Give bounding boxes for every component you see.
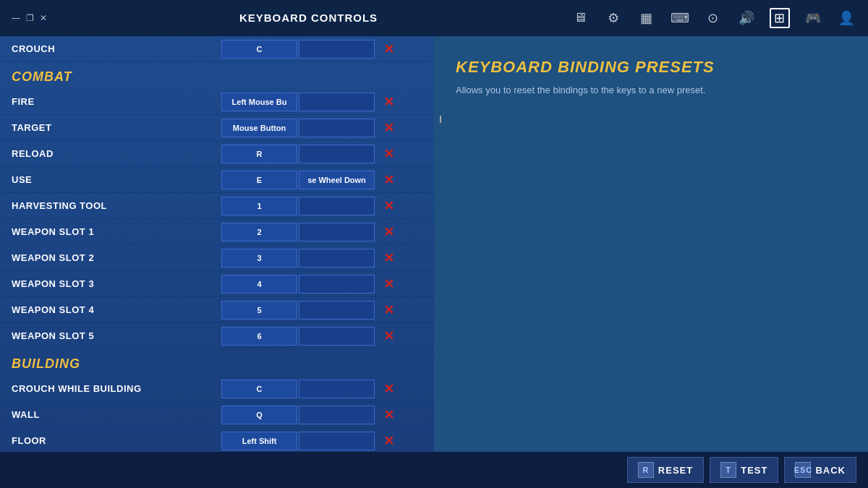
back-label: BACK xyxy=(815,465,846,476)
keyboard-icon[interactable]: ⌨ xyxy=(670,8,690,28)
test-button[interactable]: T TEST xyxy=(710,457,778,483)
main-layout: CROUCH C ✕ COMBAT FIRE Left Mouse Bu ✕ T… xyxy=(0,36,868,488)
reset-label: RESET xyxy=(658,465,693,476)
wall-keys: Q ✕ xyxy=(221,406,422,424)
fire-key1[interactable]: Left Mouse Bu xyxy=(221,93,297,111)
weapon5-key1[interactable]: 6 xyxy=(221,327,297,346)
crouch-clear[interactable]: ✕ xyxy=(379,40,398,59)
target-row: TARGET Mouse Button ✕ xyxy=(0,115,434,141)
weapon3-label: WEAPON SLOT 3 xyxy=(12,278,221,289)
weapon2-label: WEAPON SLOT 2 xyxy=(12,252,221,263)
fire-keys: Left Mouse Bu ✕ xyxy=(221,93,422,111)
weapon3-key2[interactable] xyxy=(299,275,375,294)
weapon1-keys: 2 ✕ xyxy=(221,223,422,241)
cursor-indicator xyxy=(440,116,441,123)
reload-key1[interactable]: R xyxy=(221,145,297,163)
crouch-building-keys: C ✕ xyxy=(221,380,422,398)
weapon3-key1[interactable]: 4 xyxy=(221,275,297,294)
floor-key1[interactable]: Left Shift xyxy=(221,432,297,450)
weapon4-clear[interactable]: ✕ xyxy=(379,301,398,320)
crouch-building-key2[interactable] xyxy=(299,380,375,398)
weapon1-key1[interactable]: 2 xyxy=(221,223,297,241)
crouch-key2[interactable] xyxy=(299,40,375,59)
account-icon[interactable]: 👤 xyxy=(836,8,856,28)
wall-key2[interactable] xyxy=(299,406,375,424)
weapon4-label: WEAPON SLOT 4 xyxy=(12,304,221,315)
reset-button[interactable]: R RESET xyxy=(627,457,704,483)
monitor-icon[interactable]: 🖥 xyxy=(570,8,590,28)
crouch-building-clear[interactable]: ✕ xyxy=(379,380,398,398)
audio-icon[interactable]: 🔊 xyxy=(736,8,757,28)
nav-icons: 🖥 ⚙ ▦ ⌨ ⊙ 🔊 ⊞ 🎮 👤 xyxy=(570,8,856,28)
use-label: USE xyxy=(12,174,221,185)
crouch-building-row: CROUCH WHILE BUILDING C ✕ xyxy=(0,376,434,402)
controller-icon[interactable]: ⊙ xyxy=(703,8,723,28)
use-key2[interactable]: se Wheel Down xyxy=(299,171,375,189)
top-nav: — ❐ ✕ KEYBOARD CONTROLS 🖥 ⚙ ▦ ⌨ ⊙ 🔊 ⊞ 🎮 … xyxy=(0,0,868,36)
fire-key2[interactable] xyxy=(299,93,375,111)
weapon5-keys: 6 ✕ xyxy=(221,327,422,346)
window-close[interactable]: ✕ xyxy=(40,13,47,23)
weapon1-row: WEAPON SLOT 1 2 ✕ xyxy=(0,219,434,245)
crouch-building-key1[interactable]: C xyxy=(221,380,297,398)
use-clear[interactable]: ✕ xyxy=(379,171,398,189)
weapon2-key1[interactable]: 3 xyxy=(221,249,297,267)
wall-clear[interactable]: ✕ xyxy=(379,406,398,424)
floor-clear[interactable]: ✕ xyxy=(379,432,398,450)
right-panel: KEYBOARD BINDING PRESETS Allows you to r… xyxy=(434,36,868,488)
weapon4-keys: 5 ✕ xyxy=(221,301,422,320)
weapon4-key1[interactable]: 5 xyxy=(221,301,297,320)
window-restore[interactable]: ❐ xyxy=(26,13,34,23)
settings-icon[interactable]: ⚙ xyxy=(603,8,624,28)
floor-key2[interactable] xyxy=(299,432,375,450)
fire-row: FIRE Left Mouse Bu ✕ xyxy=(0,89,434,115)
crouch-keys: C ✕ xyxy=(221,40,422,59)
harvesting-keys: 1 ✕ xyxy=(221,197,422,215)
weapon3-row: WEAPON SLOT 3 4 ✕ xyxy=(0,271,434,297)
wall-row: WALL Q ✕ xyxy=(0,402,434,428)
fire-clear[interactable]: ✕ xyxy=(379,93,398,111)
harvesting-key1[interactable]: 1 xyxy=(221,197,297,215)
weapon2-row: WEAPON SLOT 2 3 ✕ xyxy=(0,245,434,271)
weapon4-key2[interactable] xyxy=(299,301,375,320)
combat-section-header: COMBAT xyxy=(0,62,434,89)
window-minimize[interactable]: — xyxy=(12,13,20,23)
weapon2-key2[interactable] xyxy=(299,249,375,267)
harvesting-key2[interactable] xyxy=(299,197,375,215)
reset-key-badge: R xyxy=(638,462,654,478)
target-clear[interactable]: ✕ xyxy=(379,119,398,137)
display-icon[interactable]: ▦ xyxy=(637,8,657,28)
left-panel: CROUCH C ✕ COMBAT FIRE Left Mouse Bu ✕ T… xyxy=(0,36,434,488)
target-key1[interactable]: Mouse Button xyxy=(221,119,297,137)
use-key1[interactable]: E xyxy=(221,171,297,189)
weapon2-clear[interactable]: ✕ xyxy=(379,249,398,267)
preset-description: Allows you to reset the bindings to the … xyxy=(456,84,846,97)
reload-key2[interactable] xyxy=(299,145,375,163)
harvesting-clear[interactable]: ✕ xyxy=(379,197,398,215)
back-key-badge: ESC xyxy=(795,462,811,478)
test-key-badge: T xyxy=(720,462,736,478)
crouch-row: CROUCH C ✕ xyxy=(0,36,434,62)
weapon5-key2[interactable] xyxy=(299,327,375,346)
use-keys: E se Wheel Down ✕ xyxy=(221,171,422,189)
floor-keys: Left Shift ✕ xyxy=(221,432,422,450)
gamepad-icon[interactable]: 🎮 xyxy=(803,8,823,28)
wall-key1[interactable]: Q xyxy=(221,406,297,424)
weapon5-label: WEAPON SLOT 5 xyxy=(12,330,221,341)
weapon2-keys: 3 ✕ xyxy=(221,249,422,267)
back-button[interactable]: ESC BACK xyxy=(784,457,856,483)
weapon3-clear[interactable]: ✕ xyxy=(379,275,398,294)
fire-label: FIRE xyxy=(12,96,221,107)
bindings-icon[interactable]: ⊞ xyxy=(770,8,790,28)
target-key2[interactable] xyxy=(299,119,375,137)
harvesting-row: HARVESTING TOOL 1 ✕ xyxy=(0,193,434,219)
weapon5-row: WEAPON SLOT 5 6 ✕ xyxy=(0,323,434,349)
window-controls: — ❐ ✕ xyxy=(12,13,47,23)
reload-row: RELOAD R ✕ xyxy=(0,141,434,167)
reload-clear[interactable]: ✕ xyxy=(379,145,398,163)
weapon1-key2[interactable] xyxy=(299,223,375,241)
test-label: TEST xyxy=(741,465,767,476)
crouch-key1[interactable]: C xyxy=(221,40,297,59)
weapon5-clear[interactable]: ✕ xyxy=(379,327,398,346)
weapon1-clear[interactable]: ✕ xyxy=(379,223,398,241)
